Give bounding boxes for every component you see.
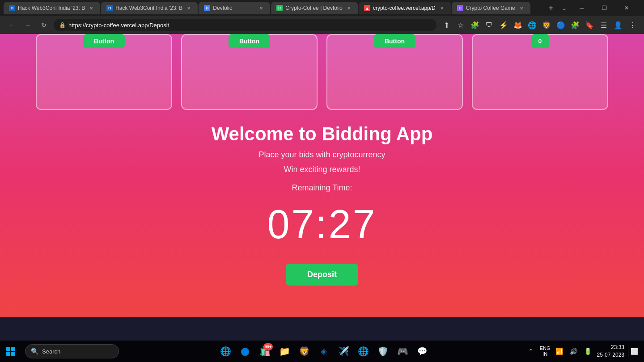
window-controls: ─ ❐ ✕ [572, 2, 640, 14]
battery-icon[interactable]: 🔋 [583, 346, 593, 357]
new-tab-button[interactable]: + [545, 2, 557, 14]
extension-4-icon[interactable]: 🦊 [512, 19, 524, 31]
tab-6-label: Crypto Coffee Game [466, 5, 515, 11]
card-2: Button [181, 34, 318, 110]
taskbar-apps: 🌐 ⬤ 🛍️ 99+ 📁 🦁 ◈ ✈️ 🌐 🛡️ 🎮 [123, 342, 525, 360]
chrome-icon: 🌐 [358, 346, 369, 357]
brave-app[interactable]: 🦁 [295, 342, 313, 360]
card-1: Button [36, 34, 172, 110]
tab-4[interactable]: C Crypto-Coffee | Devfolio ✕ [271, 2, 358, 14]
deposit-button[interactable]: Deposit [286, 264, 358, 286]
restore-button[interactable]: ❐ [594, 2, 614, 14]
telegram-app[interactable]: ✈️ [335, 342, 352, 360]
brave-icon: 🦁 [299, 346, 310, 357]
tab-2-favicon: H [106, 5, 113, 11]
tab-6-favicon: C [457, 5, 463, 11]
tab-2-close[interactable]: ✕ [185, 4, 192, 12]
tab-6[interactable]: C Crypto Coffee Game ✕ [452, 2, 530, 14]
back-button[interactable]: ← [5, 19, 18, 31]
tab-1-label: Hack Web3Conf India '23: B [18, 5, 85, 11]
tab-1-close[interactable]: ✕ [88, 4, 95, 12]
cortana-app[interactable]: ⬤ [236, 342, 254, 360]
extension-6-icon[interactable]: 🦁 [540, 19, 553, 31]
tab-5-favicon: ▲ [364, 5, 370, 11]
extension-8-icon[interactable]: 🧩 [569, 19, 581, 31]
profile-icon[interactable]: 👤 [612, 19, 624, 31]
start-button[interactable] [0, 341, 21, 362]
share-icon[interactable]: ⬆ [440, 19, 453, 31]
card-2-button[interactable]: Button [229, 34, 270, 48]
taskbar-search-text: Search [42, 348, 60, 355]
card-3: Button [326, 34, 463, 110]
taskbar: 🔍 Search 🌐 ⬤ 🛍️ 99+ 📁 🦁 ◈ ✈️ 🌐 🛡️ [0, 341, 644, 362]
extension-9-icon[interactable]: 🔖 [583, 19, 596, 31]
extension-2-icon[interactable]: 🛡 [483, 19, 496, 31]
tab-3-favicon: D [204, 5, 210, 11]
folder-icon: 📁 [279, 346, 290, 357]
bookmark-icon[interactable]: ☆ [454, 19, 467, 31]
system-clock[interactable]: 23:33 25-07-2023 [597, 344, 624, 359]
address-bar: ← → ↻ 🔒 https://crypto-coffee.vercel.app… [0, 16, 644, 34]
edge-icon: 🌐 [220, 346, 231, 357]
tab-dropdown-button[interactable]: ⌄ [558, 2, 571, 14]
extension-10-icon[interactable]: ☰ [597, 19, 610, 31]
forward-button[interactable]: → [21, 19, 34, 31]
menu-icon[interactable]: ⋮ [626, 19, 639, 31]
welcome-title: Welcome to Bidding App [212, 123, 433, 145]
clock-date: 25-07-2023 [597, 351, 624, 359]
extension-1-icon[interactable]: 🧩 [469, 19, 481, 31]
cortana-icon: ⬤ [241, 346, 250, 356]
welcome-rewards: Win exciting rewards! [284, 165, 360, 174]
lang-indicator[interactable]: ENGIN [540, 346, 551, 357]
tab-1[interactable]: H Hack Web3Conf India '23: B ✕ [4, 2, 100, 14]
extension-5-icon[interactable]: 🌐 [526, 19, 538, 31]
store-badge: 99+ [263, 343, 273, 350]
tab-1-favicon: H [9, 5, 15, 11]
tab-5-label: crypto-coffee.vercel.app/D [373, 5, 436, 11]
card-4: 0 [472, 34, 608, 110]
volume-icon[interactable]: 🔊 [568, 346, 579, 357]
taskbar-search-icon: 🔍 [31, 348, 38, 355]
card-3-button[interactable]: Button [374, 34, 415, 48]
edge-app[interactable]: 🌐 [216, 342, 234, 360]
tab-bar: H Hack Web3Conf India '23: B ✕ H Hack We… [0, 0, 644, 16]
url-bar[interactable]: 🔒 https://crypto-coffee.vercel.app/Depos… [54, 19, 436, 31]
tab-6-close[interactable]: ✕ [518, 4, 525, 12]
close-button[interactable]: ✕ [616, 2, 637, 14]
welcome-section: Welcome to Bidding App Place your bids w… [0, 123, 644, 286]
security-app[interactable]: 🛡️ [374, 342, 392, 360]
chrome-app[interactable]: 🌐 [354, 342, 372, 360]
vscode-app[interactable]: ◈ [315, 342, 333, 360]
tab-4-label: Crypto-Coffee | Devfolio [285, 5, 343, 11]
tab-2[interactable]: H Hack Web3Conf India '23: B ✕ [101, 2, 198, 14]
shield-icon: 🛡️ [377, 346, 389, 357]
extension-7-icon[interactable]: 🔵 [555, 19, 567, 31]
gaming-app[interactable]: 🎮 [394, 342, 411, 360]
card-1-button[interactable]: Button [83, 34, 125, 48]
store-app[interactable]: 🛍️ 99+ [256, 342, 274, 360]
show-desktop-button[interactable]: ⬜ [628, 346, 639, 357]
main-content: Button Button Button 0 Welcome to Biddin… [0, 34, 644, 317]
network-icon[interactable]: 📶 [554, 346, 565, 357]
minimize-button[interactable]: ─ [572, 2, 592, 14]
tab-5[interactable]: ▲ crypto-coffee.vercel.app/D ✕ [359, 2, 451, 14]
telegram-icon: ✈️ [338, 346, 349, 357]
welcome-subtitle: Place your bids with cryptocurrency [258, 150, 385, 160]
reload-button[interactable]: ↻ [38, 19, 50, 31]
tab-2-label: Hack Web3Conf India '23: B [115, 5, 182, 11]
hidden-icons-button[interactable]: ⌃ [525, 346, 536, 357]
taskbar-search[interactable]: 🔍 Search [25, 344, 119, 358]
tab-5-close[interactable]: ✕ [438, 4, 445, 12]
tab-3-close[interactable]: ✕ [258, 4, 265, 12]
file-explorer-app[interactable]: 📁 [275, 342, 293, 360]
vscode-icon: ◈ [321, 346, 327, 356]
tab-3[interactable]: D Devfolio ✕ [199, 2, 270, 14]
discord-icon: 💬 [417, 346, 427, 356]
url-text: https://crypto-coffee.vercel.app/Deposit [68, 22, 169, 29]
extension-3-icon[interactable]: ⚡ [497, 19, 510, 31]
remaining-time-label: Remaining Time: [292, 183, 352, 193]
game-icon: 🎮 [397, 346, 408, 357]
discord-app[interactable]: 💬 [413, 342, 431, 360]
tab-3-label: Devfolio [213, 5, 255, 11]
tab-4-close[interactable]: ✕ [345, 4, 352, 12]
